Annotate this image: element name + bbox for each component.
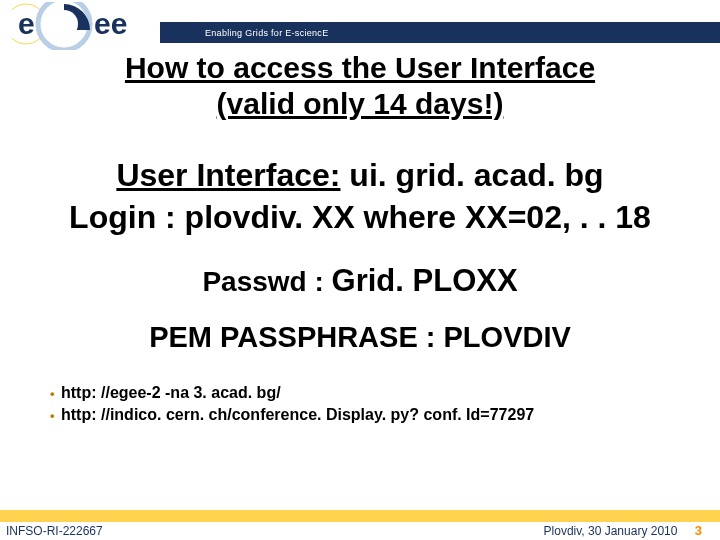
event-info: Plovdiv, 30 January 2010 xyxy=(544,524,678,538)
ui-label: User Interface: xyxy=(116,157,340,193)
footer-bar xyxy=(0,510,720,522)
link-2-text: http: //indico. cern. ch/conference. Dis… xyxy=(61,406,534,423)
login-label: Login xyxy=(69,199,156,235)
pem-line: PEM PASSPHRASE : PLOVDIV xyxy=(0,321,720,354)
passwd-line: Passwd : Grid. PLOXX xyxy=(0,263,720,299)
slide-content: How to access the User Interface (valid … xyxy=(0,43,720,508)
ui-value: ui. grid. acad. bg xyxy=(340,157,603,193)
logo-letter-ee: ee xyxy=(94,7,127,40)
egee-logo: e G ee xyxy=(12,2,172,50)
user-interface-line: User Interface: ui. grid. acad. bg xyxy=(0,155,720,195)
link-1: • http: //egee-2 -na 3. acad. bg/ xyxy=(50,382,720,404)
bullet-icon: • xyxy=(50,408,55,423)
title-line-1: How to access the User Interface xyxy=(0,51,720,85)
passwd-value: Grid. PLOXX xyxy=(332,263,518,298)
bullet-icon: • xyxy=(50,386,55,401)
logo-letter-e1: e xyxy=(18,7,35,40)
page-number: 3 xyxy=(695,523,702,538)
logo-letter-g: G xyxy=(55,7,78,40)
login-value: : plovdiv. XX where XX=02, . . 18 xyxy=(156,199,651,235)
title-line-2: (valid only 14 days!) xyxy=(0,87,720,121)
link-2: • http: //indico. cern. ch/conference. D… xyxy=(50,404,720,426)
tagline: Enabling Grids for E-sciencE xyxy=(205,28,328,38)
footer: INFSO-RI-222667 Plovdiv, 30 January 2010… xyxy=(0,510,720,540)
login-line: Login : plovdiv. XX where XX=02, . . 18 xyxy=(0,197,720,237)
link-1-text: http: //egee-2 -na 3. acad. bg/ xyxy=(61,384,281,401)
project-id: INFSO-RI-222667 xyxy=(6,524,103,538)
links-block: • http: //egee-2 -na 3. acad. bg/ • http… xyxy=(50,382,720,425)
passwd-label: Passwd : xyxy=(202,266,331,297)
